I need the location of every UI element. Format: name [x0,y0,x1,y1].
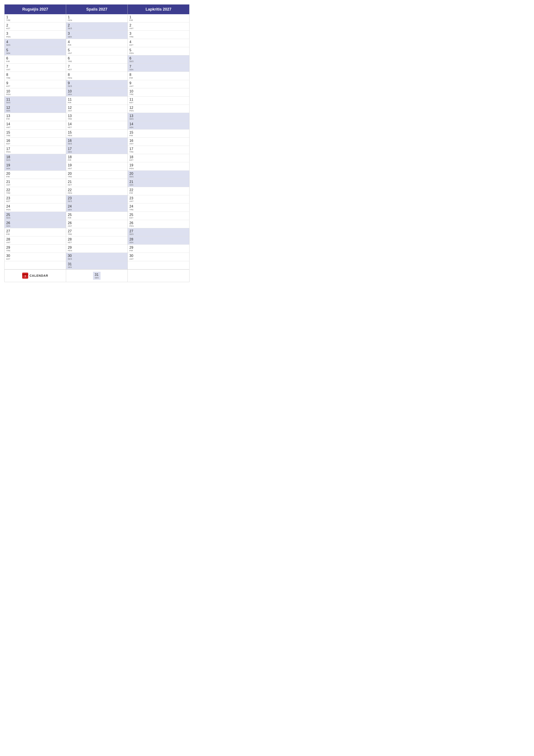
month-header-0: Rugsėjis 2027 [5,5,66,14]
day-name: KET [6,27,64,30]
day-number: 12 [6,106,64,110]
day-number: 9 [129,81,188,85]
footer-col-1: 7 CALENDAR [5,270,66,282]
day-cell: 23KET [5,195,66,203]
day-number: 24 [6,204,64,208]
footer-row: 7 CALENDAR31SEK [5,269,189,282]
day-cell: 11PIR [66,96,127,105]
day-cell: 17TRE [128,146,189,154]
day-number: 20 [129,172,188,176]
day-name: PEN [68,250,126,252]
day-name: PIR [6,118,64,120]
day-cell: 13TRE [66,113,127,121]
day-name: TRE [68,60,126,63]
day-cell: 28KET [66,236,127,245]
day-cell: 9KET [5,80,66,88]
day-cell: 18ŠEŠ [5,154,66,162]
day-cell: 1PEN [66,14,127,22]
day-cell: 29TRE [5,245,66,253]
day-number: 4 [68,40,126,44]
day-number: 23 [6,196,64,200]
day-cell: 23ŠEŠ [66,195,127,203]
day-name: KET [6,200,64,202]
day-number: 19 [68,163,126,167]
day-name: KET [129,44,188,46]
day-number: 18 [6,155,64,159]
day-cell: 25PIR [66,212,127,220]
day-cell: 8TRE [5,72,66,80]
day-cell: 2ANT [128,22,189,31]
day-number: 29 [6,245,64,250]
day-name: ŠEŠ [68,258,126,260]
day-cell: 21ANT [5,179,66,187]
day-number: 29 [68,245,126,250]
day-number: 10 [6,89,64,93]
day-cell: 28SEK [128,236,189,245]
day-number: 31 [95,273,99,277]
day-cell: 16KET [5,138,66,146]
day-number: 24 [129,204,188,208]
day-number: 16 [6,139,64,143]
day-number: 15 [6,130,64,134]
day-name: ANT [129,85,188,87]
day-number: 2 [6,23,64,27]
svg-text:7: 7 [25,275,26,278]
day-name: PEN [68,19,126,21]
day-name: KET [129,101,188,104]
day-name: TRE [6,192,64,194]
day-number: 9 [6,81,64,85]
day-cell: 11ŠEŠ [5,96,66,105]
day-name: ŠEŠ [129,233,188,235]
day-name: ANT [6,68,64,71]
day-name: TRE [129,209,188,211]
day-cell: 27TRE [66,228,127,236]
day-name: PEN [129,168,188,170]
day-cell: 9ANT [128,80,189,88]
day-name: PIR [68,101,126,104]
day-number: 15 [68,130,126,134]
day-name: SEK [6,225,64,227]
day-cell: 22PIR [128,187,189,195]
day-number: 22 [6,188,64,192]
day-name: ŠEŠ [6,217,64,219]
day-number: 16 [129,139,188,143]
day-name: ANT [68,110,126,112]
day-name: TRE [68,233,126,235]
day-cell: 2KET [5,22,66,31]
day-number: 20 [68,172,126,176]
day-name: TRE [6,250,64,252]
day-cell: 30ANT [128,253,189,261]
day-number: 26 [68,221,126,225]
day-cell: 1TRE [5,14,66,22]
day-cell: 8PIR [128,72,189,80]
day-number: 1 [6,15,64,19]
day-name: ANT [129,200,188,202]
day-cell: 19ANT [66,162,127,171]
day-number: 7 [129,65,188,68]
day-number: 8 [68,73,126,77]
day-number: 5 [6,48,64,52]
day-number: 23 [129,196,188,200]
day-cell: 14KET [66,121,127,129]
day-name: SEK [68,36,126,38]
day-name: PIR [6,60,64,63]
day-cell-31: 31SEK [93,272,101,280]
day-number: 18 [129,155,188,159]
day-number: 21 [6,180,64,184]
day-name: TRE [68,176,126,178]
day-number: 17 [68,147,126,151]
day-cell: 26PEN [128,220,189,228]
day-name: ŠEŠ [6,159,64,161]
day-cell: 17PEN [5,146,66,154]
day-number: 4 [6,40,64,44]
day-number: 8 [129,73,188,77]
day-cell: 20PIR [5,171,66,179]
day-number: 28 [6,237,64,241]
day-number: 17 [129,147,188,151]
day-name: SEK [68,266,126,268]
day-name: PIR [6,176,64,178]
day-number: 10 [129,89,188,93]
day-number: 30 [129,254,188,258]
day-number: 2 [129,23,188,27]
day-cell: 27ŠEŠ [128,228,189,236]
